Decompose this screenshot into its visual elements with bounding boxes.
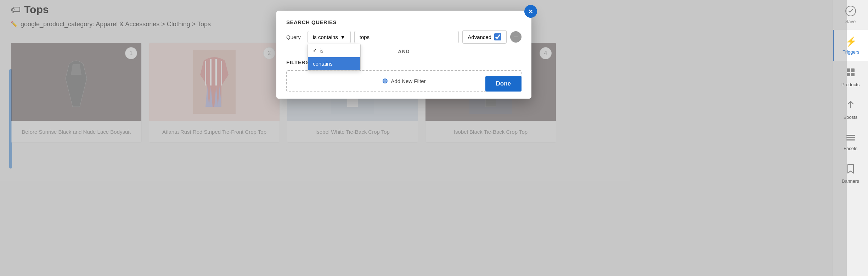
svg-rect-12 — [851, 73, 855, 76]
add-filter-label: Add New Filter — [391, 78, 425, 84]
svg-rect-14 — [846, 137, 855, 138]
banners-icon — [846, 164, 855, 176]
add-filter-icon: ⊕ — [382, 77, 388, 85]
dropdown-option-is[interactable]: ✓ is — [308, 44, 360, 57]
operator-dropdown-menu: ✓ is contains — [308, 44, 361, 71]
search-query-modal: × SEARCH QUERIES Query is contains ▼ ✓ i… — [276, 11, 531, 99]
products-icon — [846, 67, 856, 80]
operator-wrapper: is contains ▼ ✓ is contains — [308, 31, 351, 43]
boosts-icon — [846, 100, 856, 112]
svg-rect-9 — [847, 68, 850, 72]
chevron-down-icon: ▼ — [340, 34, 345, 40]
option-is-label: is — [320, 48, 323, 54]
query-label: Query — [286, 34, 304, 40]
done-button[interactable]: Done — [485, 76, 522, 92]
query-value-input[interactable] — [354, 31, 459, 43]
main-area: 🏷 Tops ✏️ google_product_category: Appar… — [0, 0, 847, 276]
triggers-icon: ⚡ — [845, 36, 857, 47]
remove-query-button[interactable]: − — [510, 31, 522, 43]
search-queries-title: SEARCH QUERIES — [276, 11, 531, 30]
svg-rect-10 — [851, 68, 855, 72]
operator-dropdown-button[interactable]: is contains ▼ — [308, 31, 351, 43]
advanced-button[interactable]: Advanced — [462, 30, 507, 44]
check-icon: ✓ — [313, 48, 317, 53]
modal-overlay[interactable]: × SEARCH QUERIES Query is contains ▼ ✓ i… — [0, 0, 847, 276]
svg-rect-11 — [847, 73, 850, 76]
operator-selected-label: is contains — [313, 34, 338, 40]
svg-rect-13 — [846, 135, 855, 136]
save-icon — [845, 6, 856, 19]
modal-close-button[interactable]: × — [524, 5, 537, 18]
query-row: Query is contains ▼ ✓ is contains — [276, 30, 531, 44]
save-label: Save — [845, 19, 856, 24]
svg-rect-15 — [846, 139, 855, 140]
advanced-label: Advanced — [468, 34, 491, 40]
dropdown-option-contains[interactable]: contains — [308, 57, 360, 70]
advanced-checkbox[interactable] — [494, 33, 501, 40]
facets-icon — [846, 133, 856, 144]
option-contains-label: contains — [313, 61, 333, 67]
